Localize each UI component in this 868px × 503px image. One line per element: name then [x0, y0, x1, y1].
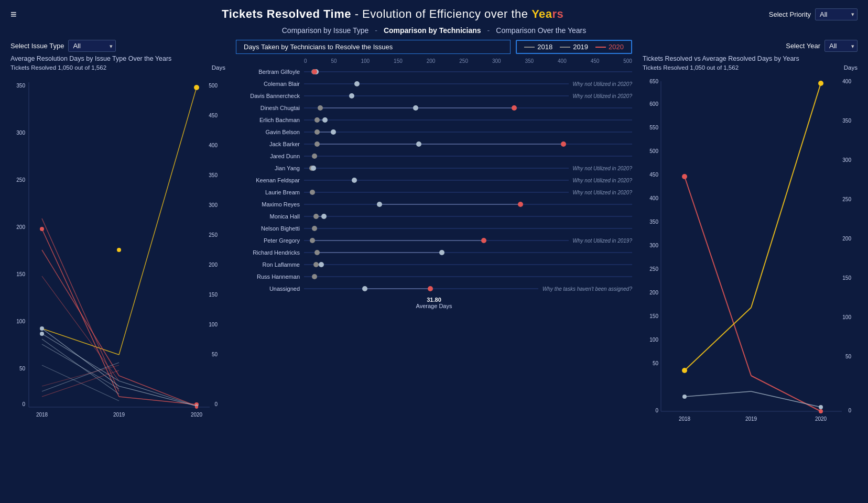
lollipop-row: Erlich Bachman	[236, 114, 632, 126]
lollipop-row: Bertram Gilfoyle	[236, 66, 632, 78]
svg-text:400: 400	[842, 79, 851, 84]
lollipop-note: Why not Utilized in 2020?	[573, 93, 632, 99]
technician-name: Jack Barker	[236, 141, 304, 147]
center-axis-ticks: 050100150200250300350400450500	[236, 58, 632, 64]
right-tickets-resolved: Tickets Resolved 1,050 out of 1,562	[643, 64, 739, 71]
lollipop-row: Maximo Reyes	[236, 199, 632, 210]
svg-point-49	[117, 248, 121, 252]
svg-text:200: 200	[16, 224, 25, 230]
lollipop-row: Richard Hendricks	[236, 247, 632, 258]
legend-2020[interactable]: 2020	[595, 43, 624, 51]
lollipop-row: Laurie BreamWhy not Utilized in 2020?	[236, 187, 632, 198]
lollipop-track	[304, 71, 632, 72]
svg-text:300: 300	[16, 130, 25, 136]
svg-text:100: 100	[649, 337, 658, 343]
issue-type-select[interactable]: All Hardware Software Network Other	[68, 40, 116, 52]
svg-text:50: 50	[212, 352, 218, 357]
svg-text:300: 300	[209, 202, 218, 208]
svg-text:2018: 2018	[679, 416, 691, 422]
priority-select[interactable]: All High Medium Low	[815, 8, 858, 20]
lollipop-track	[304, 180, 569, 181]
lollipop-track	[304, 144, 632, 145]
lollipop-row: UnassignedWhy the tasks haven't been ass…	[236, 283, 632, 294]
lollipop-track	[304, 168, 569, 169]
avg-days-label: Average Days	[416, 303, 452, 309]
nav-sep-2: -	[487, 26, 490, 35]
svg-line-39	[42, 363, 119, 391]
svg-text:150: 150	[649, 313, 658, 319]
main-content: Select Issue Type All Hardware Software …	[0, 40, 868, 490]
hamburger-icon[interactable]: ≡	[10, 8, 17, 20]
svg-point-44	[40, 326, 44, 331]
lollipop-dot	[310, 190, 315, 195]
technician-name: Gavin Belson	[236, 129, 304, 135]
lollipop-dot	[314, 141, 320, 147]
left-chart-svg: 350 300 250 200 150 100 50 0 500 450 400…	[10, 72, 220, 418]
svg-text:550: 550	[649, 125, 658, 130]
lollipop-track	[304, 119, 632, 121]
svg-text:250: 250	[649, 266, 658, 272]
left-panel: Select Issue Type All Hardware Software …	[5, 40, 231, 490]
technician-name: Keenan Feldspar	[236, 177, 304, 183]
svg-text:300: 300	[842, 157, 851, 163]
svg-point-43	[40, 227, 44, 231]
svg-point-89	[819, 405, 823, 409]
legend-2018[interactable]: 2018	[524, 43, 552, 51]
lollipop-dot	[321, 214, 327, 219]
lollipop-track	[304, 156, 632, 157]
nav-years[interactable]: Comparison Over the Years	[496, 26, 586, 35]
svg-point-42	[194, 85, 199, 90]
lollipop-row: Jack Barker	[236, 138, 632, 150]
page-header: ≡ Tickets Resolved Time - Evolution of E…	[0, 0, 868, 23]
lollipop-track	[304, 288, 538, 289]
nav-sep-1: -	[375, 26, 377, 35]
lollipop-connecting-line	[365, 288, 430, 289]
nav-issue-type[interactable]: Comparison by Issue Type	[282, 26, 369, 35]
issue-type-filter-row: Select Issue Type All Hardware Software …	[10, 40, 225, 52]
lollipop-dot	[439, 250, 444, 255]
svg-text:350: 350	[209, 172, 218, 178]
priority-select-wrapper[interactable]: All High Medium Low	[815, 8, 858, 20]
chart-title-box: Days Taken by Technicians to Resolve the…	[236, 40, 511, 54]
svg-text:0: 0	[655, 408, 658, 413]
lollipop-dot	[314, 129, 320, 135]
svg-point-88	[819, 409, 823, 413]
lollipop-connecting-line	[317, 144, 563, 145]
svg-line-82	[685, 391, 751, 397]
legend-2019[interactable]: 2019	[560, 43, 588, 51]
svg-point-84	[682, 174, 687, 179]
svg-text:400: 400	[209, 143, 218, 148]
lollipop-track	[304, 264, 632, 265]
svg-text:150: 150	[16, 271, 25, 277]
year-select[interactable]: All 2018 2019 2020	[824, 40, 858, 52]
legend-2019-line	[560, 47, 570, 48]
technician-name: Davis Bannercheck	[236, 93, 304, 99]
year-filter-row: Select Year All 2018 2019 2020	[643, 40, 858, 52]
lollipop-note: Why not Utilized in 2020?	[573, 178, 632, 183]
technician-name: Coleman Blair	[236, 81, 304, 87]
lollipop-track	[304, 228, 632, 229]
svg-text:450: 450	[649, 172, 658, 178]
technician-name: Unassigned	[236, 286, 304, 292]
svg-text:350: 350	[16, 83, 25, 89]
center-panel: Days Taken by Technicians to Resolve the…	[231, 40, 637, 490]
left-chart-labels: Tickets Resolved 1,050 out of 1,562 Days	[10, 64, 225, 71]
svg-text:0: 0	[22, 401, 25, 407]
svg-line-81	[751, 83, 821, 308]
lollipop-dot	[318, 105, 323, 111]
lollipop-dot	[314, 117, 320, 123]
year-select-wrapper[interactable]: All 2018 2019 2020	[824, 40, 858, 52]
technician-name: Bertram Gilfoyle	[236, 69, 304, 75]
technician-name: Peter Gregory	[236, 237, 304, 244]
svg-text:50: 50	[653, 360, 659, 366]
issue-type-select-wrapper[interactable]: All Hardware Software Network Other	[68, 40, 116, 52]
svg-text:250: 250	[16, 177, 25, 183]
technician-name: Monica Hall	[236, 213, 304, 220]
svg-text:250: 250	[209, 232, 218, 238]
svg-text:2020: 2020	[815, 416, 827, 422]
svg-text:250: 250	[842, 196, 851, 202]
lollipop-track	[304, 240, 569, 241]
nav-technicians[interactable]: Comparison by Technicians	[384, 26, 481, 35]
lollipop-dot	[352, 178, 357, 183]
svg-text:150: 150	[842, 275, 851, 281]
